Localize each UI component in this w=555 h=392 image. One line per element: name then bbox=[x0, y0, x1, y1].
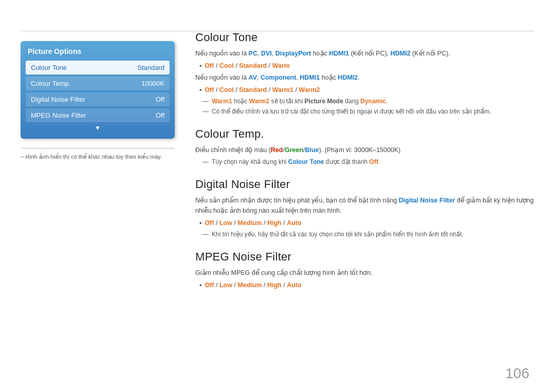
colour-temp-title: Colour Temp. bbox=[195, 127, 534, 141]
menu-value-mpeg-noise: Off bbox=[156, 111, 164, 119]
menu-item-mpeg-noise[interactable]: MPEG Noise Filter Off bbox=[26, 108, 170, 122]
colour-tone-dash-text2: Có thể điều chỉnh và lưu trữ cài đặt cho… bbox=[212, 107, 491, 116]
digital-noise-options: Off / Low / Medium / High / Auto bbox=[205, 218, 301, 228]
digital-noise-dash-text1: Khi tín hiệu yếu, hãy thử tắt cả các tùy… bbox=[212, 230, 464, 239]
colour-temp-dash1: ― Tùy chọn này khả dụng khi Colour Tone … bbox=[202, 157, 534, 166]
menu-label-mpeg-noise: MPEG Noise Filter bbox=[31, 111, 86, 119]
colour-tone-text2: Nếu nguồn vào là AV, Component, HDMI1 ho… bbox=[195, 72, 534, 83]
menu-value-digital-noise: Off bbox=[156, 96, 164, 103]
colour-tone-title: Colour Tone bbox=[195, 31, 534, 44]
colour-tone-options2: Off / Cool / Standard / Warm1 / Warm2 bbox=[205, 85, 320, 95]
sidebar-divider bbox=[21, 148, 175, 148]
menu-item-colour-tone[interactable]: Colour Tone Standard bbox=[26, 61, 170, 74]
main-content: Colour Tone Nếu nguồn vào là PC, DVI, Di… bbox=[195, 31, 534, 371]
mpeg-noise-text1: Giảm nhiễu MPEG để cung cấp chất lượng h… bbox=[195, 268, 534, 278]
dash-mark-2: ― bbox=[202, 107, 209, 116]
section-mpeg-noise: MPEG Noise Filter Giảm nhiễu MPEG để cun… bbox=[195, 250, 534, 291]
sidebar: Picture Options Colour Tone Standard Col… bbox=[21, 41, 175, 160]
bullet-dot: • bbox=[199, 61, 201, 71]
section-digital-noise: Digital Noise Filter Nếu sản phẩm nhận đ… bbox=[195, 178, 534, 239]
mpeg-noise-bullet1: • Off / Low / Medium / High / Auto bbox=[199, 280, 534, 291]
section-colour-temp: Colour Temp. Điều chỉnh nhiệt độ màu (Re… bbox=[195, 127, 534, 166]
mpeg-noise-title: MPEG Noise Filter bbox=[195, 250, 534, 264]
bullet-dot-4: • bbox=[199, 281, 201, 291]
dash-mark-4: ― bbox=[202, 230, 209, 239]
picture-options-title: Picture Options bbox=[26, 47, 170, 55]
menu-label-digital-noise: Digital Noise Filter bbox=[31, 96, 85, 103]
menu-arrow: ▼ bbox=[26, 124, 170, 132]
menu-value-colour-tone: Standard bbox=[137, 64, 164, 71]
bullet-dot-2: • bbox=[199, 85, 201, 96]
section-colour-tone: Colour Tone Nếu nguồn vào là PC, DVI, Di… bbox=[195, 31, 534, 116]
page-number: 106 bbox=[505, 365, 529, 382]
colour-temp-dash-text1: Tùy chọn này khả dụng khi Colour Tone đư… bbox=[212, 157, 380, 166]
digital-noise-title: Digital Noise Filter bbox=[195, 178, 534, 191]
colour-tone-dash-text1: Warm1 hoặc Warm2 sẽ bị tắt khi Picture M… bbox=[212, 97, 388, 106]
colour-temp-text1: Điều chỉnh nhiệt độ màu (Red/Green/Blue)… bbox=[195, 145, 534, 155]
colour-tone-dash2: ― Có thể điều chỉnh và lưu trữ cài đặt c… bbox=[202, 107, 534, 116]
menu-label-colour-temp: Colour Temp. bbox=[31, 80, 70, 87]
colour-tone-options1: Off / Cool / Standard / Warm bbox=[205, 61, 290, 71]
dash-mark-3: ― bbox=[202, 157, 209, 166]
menu-value-colour-temp: 10000K bbox=[141, 80, 164, 87]
colour-tone-text1: Nếu nguồn vào là PC, DVI, DisplayPort ho… bbox=[195, 48, 534, 59]
colour-tone-bullet2: • Off / Cool / Standard / Warm1 / Warm2 bbox=[199, 85, 534, 96]
colour-tone-bullet1: • Off / Cool / Standard / Warm bbox=[199, 61, 534, 71]
digital-noise-dash1: ― Khi tín hiệu yếu, hãy thử tắt cả các t… bbox=[202, 230, 534, 239]
picture-options-panel: Picture Options Colour Tone Standard Col… bbox=[21, 41, 175, 139]
dash-mark: ― bbox=[202, 97, 209, 106]
mpeg-noise-options: Off / Low / Medium / High / Auto bbox=[205, 280, 301, 290]
sidebar-note: − Hình ảnh hiển thị có thể khác nhau tùy… bbox=[21, 154, 175, 160]
menu-label-colour-tone: Colour Tone bbox=[31, 64, 67, 71]
digital-noise-text1: Nếu sản phẩm nhận được tín hiệu phát yếu… bbox=[195, 195, 534, 216]
menu-item-digital-noise[interactable]: Digital Noise Filter Off bbox=[26, 92, 170, 106]
menu-item-colour-temp[interactable]: Colour Temp. 10000K bbox=[26, 77, 170, 90]
bullet-dot-3: • bbox=[199, 218, 201, 229]
colour-tone-dash1: ― Warm1 hoặc Warm2 sẽ bị tắt khi Picture… bbox=[202, 97, 534, 106]
digital-noise-bullet1: • Off / Low / Medium / High / Auto bbox=[199, 218, 534, 229]
